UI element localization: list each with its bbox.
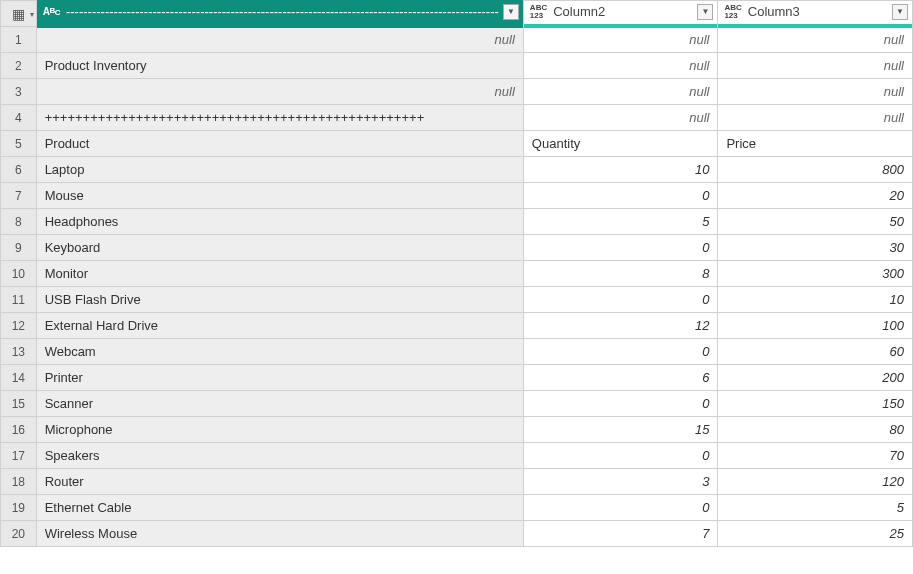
table-row[interactable]: 14Printer6200	[1, 365, 913, 391]
table-row[interactable]: 19Ethernet Cable05	[1, 495, 913, 521]
column-header-2[interactable]: ABC123 Column2 ▼	[523, 1, 718, 27]
cell[interactable]: null	[718, 53, 913, 79]
cell[interactable]: 0	[523, 235, 718, 261]
table-row[interactable]: 13Webcam060	[1, 339, 913, 365]
row-number[interactable]: 13	[1, 339, 37, 365]
cell[interactable]: 80	[718, 417, 913, 443]
filter-dropdown-button[interactable]: ▼	[892, 4, 908, 20]
table-row[interactable]: 2Product Inventorynullnull	[1, 53, 913, 79]
table-row[interactable]: 6Laptop10800	[1, 157, 913, 183]
filter-dropdown-button[interactable]: ▼	[503, 4, 519, 20]
cell[interactable]: 6	[523, 365, 718, 391]
table-row[interactable]: 17Speakers070	[1, 443, 913, 469]
filter-dropdown-button[interactable]: ▼	[697, 4, 713, 20]
cell[interactable]: Scanner	[36, 391, 523, 417]
cell[interactable]: null	[718, 105, 913, 131]
row-number[interactable]: 3	[1, 79, 37, 105]
cell[interactable]: Headphones	[36, 209, 523, 235]
cell[interactable]: Printer	[36, 365, 523, 391]
cell[interactable]: Mouse	[36, 183, 523, 209]
cell[interactable]: 0	[523, 287, 718, 313]
cell[interactable]: 50	[718, 209, 913, 235]
cell[interactable]: null	[523, 27, 718, 53]
table-row[interactable]: 16Microphone1580	[1, 417, 913, 443]
cell[interactable]: 70	[718, 443, 913, 469]
cell[interactable]: Router	[36, 469, 523, 495]
row-number[interactable]: 5	[1, 131, 37, 157]
cell[interactable]: 10	[718, 287, 913, 313]
table-row[interactable]: 18Router3120	[1, 469, 913, 495]
row-number[interactable]: 4	[1, 105, 37, 131]
row-number[interactable]: 16	[1, 417, 37, 443]
row-number[interactable]: 15	[1, 391, 37, 417]
cell[interactable]: 200	[718, 365, 913, 391]
cell[interactable]: 7	[523, 521, 718, 547]
cell[interactable]: Microphone	[36, 417, 523, 443]
row-number[interactable]: 12	[1, 313, 37, 339]
cell[interactable]: null	[523, 79, 718, 105]
table-row[interactable]: 1nullnullnull	[1, 27, 913, 53]
column-header-1[interactable]: ABC ------------------------------------…	[36, 1, 523, 27]
cell[interactable]: 15	[523, 417, 718, 443]
row-number[interactable]: 19	[1, 495, 37, 521]
cell[interactable]: 3	[523, 469, 718, 495]
cell[interactable]: 10	[523, 157, 718, 183]
cell[interactable]: 150	[718, 391, 913, 417]
row-number[interactable]: 11	[1, 287, 37, 313]
row-number[interactable]: 6	[1, 157, 37, 183]
cell[interactable]: null	[36, 79, 523, 105]
table-row[interactable]: 4+++++++++++++++++++++++++++++++++++++++…	[1, 105, 913, 131]
cell[interactable]: USB Flash Drive	[36, 287, 523, 313]
row-number[interactable]: 9	[1, 235, 37, 261]
table-row[interactable]: 9Keyboard030	[1, 235, 913, 261]
cell[interactable]: 5	[523, 209, 718, 235]
table-row[interactable]: 20Wireless Mouse725	[1, 521, 913, 547]
cell[interactable]: 800	[718, 157, 913, 183]
cell[interactable]: Speakers	[36, 443, 523, 469]
cell[interactable]: 60	[718, 339, 913, 365]
row-number[interactable]: 1	[1, 27, 37, 53]
row-number[interactable]: 8	[1, 209, 37, 235]
column-header-3[interactable]: ABC123 Column3 ▼	[718, 1, 913, 27]
cell[interactable]: 300	[718, 261, 913, 287]
cell[interactable]: External Hard Drive	[36, 313, 523, 339]
cell[interactable]: 0	[523, 495, 718, 521]
table-row[interactable]: 12External Hard Drive12100	[1, 313, 913, 339]
cell[interactable]: Product Inventory	[36, 53, 523, 79]
cell[interactable]: 30	[718, 235, 913, 261]
cell[interactable]: Wireless Mouse	[36, 521, 523, 547]
cell[interactable]: Ethernet Cable	[36, 495, 523, 521]
cell[interactable]: null	[36, 27, 523, 53]
table-row[interactable]: 5ProductQuantityPrice	[1, 131, 913, 157]
cell[interactable]: Price	[718, 131, 913, 157]
row-number[interactable]: 14	[1, 365, 37, 391]
cell[interactable]: 0	[523, 443, 718, 469]
row-number[interactable]: 2	[1, 53, 37, 79]
cell[interactable]: Keyboard	[36, 235, 523, 261]
row-number[interactable]: 10	[1, 261, 37, 287]
cell[interactable]: 120	[718, 469, 913, 495]
row-number[interactable]: 17	[1, 443, 37, 469]
cell[interactable]: Webcam	[36, 339, 523, 365]
cell[interactable]: 0	[523, 183, 718, 209]
row-number[interactable]: 20	[1, 521, 37, 547]
table-row[interactable]: 3nullnullnull	[1, 79, 913, 105]
select-all-corner[interactable]: ▦ ▾	[1, 1, 37, 27]
row-number[interactable]: 18	[1, 469, 37, 495]
table-row[interactable]: 11USB Flash Drive010	[1, 287, 913, 313]
cell[interactable]: null	[718, 79, 913, 105]
table-row[interactable]: 7Mouse020	[1, 183, 913, 209]
cell[interactable]: Quantity	[523, 131, 718, 157]
table-row[interactable]: 15Scanner0150	[1, 391, 913, 417]
cell[interactable]: 5	[718, 495, 913, 521]
cell[interactable]: 20	[718, 183, 913, 209]
cell[interactable]: ++++++++++++++++++++++++++++++++++++++++…	[36, 105, 523, 131]
cell[interactable]: null	[718, 27, 913, 53]
cell[interactable]: Product	[36, 131, 523, 157]
row-number[interactable]: 7	[1, 183, 37, 209]
cell[interactable]: 100	[718, 313, 913, 339]
cell[interactable]: Monitor	[36, 261, 523, 287]
cell[interactable]: 0	[523, 339, 718, 365]
cell[interactable]: 25	[718, 521, 913, 547]
table-row[interactable]: 10Monitor8300	[1, 261, 913, 287]
